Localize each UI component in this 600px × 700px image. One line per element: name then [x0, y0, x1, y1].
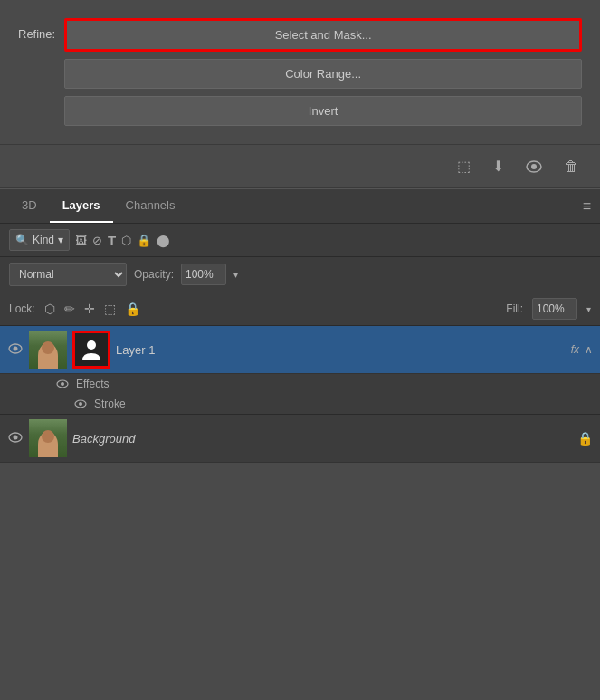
layer1-fx-label: fx — [571, 343, 579, 356]
fill-label: Fill: — [506, 302, 523, 315]
opacity-input[interactable] — [181, 264, 226, 285]
layer1-name: Layer 1 — [116, 343, 566, 357]
lock-row: Lock: ⬡ ✏ ✛ ⬚ 🔒 Fill: ▾ — [0, 292, 600, 326]
layer1-thumbnail — [29, 331, 67, 369]
layer1-effects-row[interactable]: Effects — [0, 374, 600, 394]
layer1-stroke-row[interactable]: Stroke — [0, 394, 600, 415]
layers-panel: 3D Layers Channels ≡ 🔍 Kind ▾ 🖼 ⊘ T ⬡ 🔒 … — [0, 188, 600, 463]
fill-pixels-icon[interactable]: ⬇ — [489, 154, 508, 178]
opacity-chevron-icon[interactable]: ▾ — [233, 270, 238, 280]
panel-menu-icon[interactable]: ≡ — [583, 198, 591, 215]
refine-label: Refine: — [18, 18, 55, 41]
fill-chevron-icon[interactable]: ▾ — [586, 304, 591, 314]
lock-position-icon[interactable]: ✛ — [84, 302, 95, 316]
select-and-mask-button[interactable]: Select and Mask... — [64, 18, 582, 52]
effects-visibility-icon[interactable] — [54, 377, 71, 391]
lock-pixels-icon[interactable]: ✏ — [64, 302, 75, 316]
blend-mode-select[interactable]: Normal — [9, 263, 127, 286]
tab-layers[interactable]: Layers — [50, 189, 113, 223]
svg-point-8 — [79, 402, 82, 406]
stroke-label: Stroke — [94, 398, 126, 410]
mask-silhouette-icon — [79, 337, 104, 362]
background-name: Background — [72, 432, 319, 446]
layer1-mask-thumbnail[interactable] — [72, 331, 110, 369]
layer1-visibility-icon[interactable] — [7, 342, 24, 357]
image-filter-icon[interactable]: 🖼 — [75, 234, 87, 247]
effects-label: Effects — [76, 378, 109, 390]
layer-item-layer1[interactable]: Layer 1 fx ∧ — [0, 326, 600, 374]
background-lock-icon: 🔒 — [577, 431, 593, 446]
stroke-visibility-icon[interactable] — [72, 397, 89, 411]
refine-section: Refine: Select and Mask... Color Range..… — [0, 0, 600, 144]
selection-marquee-icon[interactable]: ⬚ — [453, 154, 474, 178]
filter-row: 🔍 Kind ▾ 🖼 ⊘ T ⬡ 🔒 ⬤ — [0, 224, 600, 257]
background-visibility-icon[interactable] — [7, 431, 24, 446]
dot-filter-icon[interactable]: ⬤ — [157, 234, 170, 247]
invert-button[interactable]: Invert — [64, 96, 582, 126]
bottom-toolbar: ⬚ ⬇ 🗑 — [0, 144, 600, 188]
blend-opacity-row: Normal Opacity: ▾ — [0, 257, 600, 292]
background-thumbnail — [29, 419, 67, 457]
svg-point-3 — [14, 347, 18, 351]
svg-point-6 — [61, 382, 64, 386]
opacity-label: Opacity: — [134, 268, 174, 281]
lock-artboard-icon[interactable]: ⬚ — [104, 302, 116, 316]
delete-layer-icon[interactable]: 🗑 — [560, 155, 582, 178]
svg-point-1 — [531, 164, 537, 169]
layer-item-background[interactable]: Background 🔒 — [0, 415, 600, 463]
layer1-collapse-icon[interactable]: ∧ — [585, 343, 593, 356]
refine-buttons: Select and Mask... Color Range... Invert — [64, 18, 582, 126]
fill-input[interactable] — [532, 298, 577, 320]
lock-label: Lock: — [9, 302, 35, 315]
kind-filter-dropdown[interactable]: 🔍 Kind ▾ — [9, 229, 70, 251]
chevron-down-icon: ▾ — [58, 234, 63, 246]
lock-transparency-icon[interactable]: ⬡ — [44, 302, 55, 316]
color-range-button[interactable]: Color Range... — [64, 59, 582, 89]
kind-label: Kind — [33, 234, 54, 246]
search-icon: 🔍 — [15, 234, 29, 246]
smart-filter-icon[interactable]: 🔒 — [137, 234, 151, 247]
lock-all-icon[interactable]: 🔒 — [125, 302, 140, 316]
tabs-row: 3D Layers Channels ≡ — [0, 189, 600, 224]
svg-point-4 — [87, 340, 96, 350]
shape-filter-icon[interactable]: ⬡ — [121, 234, 131, 247]
tab-channels[interactable]: Channels — [113, 189, 188, 223]
svg-point-10 — [14, 436, 18, 440]
type-filter-icon[interactable]: T — [108, 233, 116, 248]
tab-3d[interactable]: 3D — [9, 189, 50, 223]
visibility-toggle-icon[interactable] — [522, 157, 546, 177]
adjustment-filter-icon[interactable]: ⊘ — [92, 234, 102, 247]
